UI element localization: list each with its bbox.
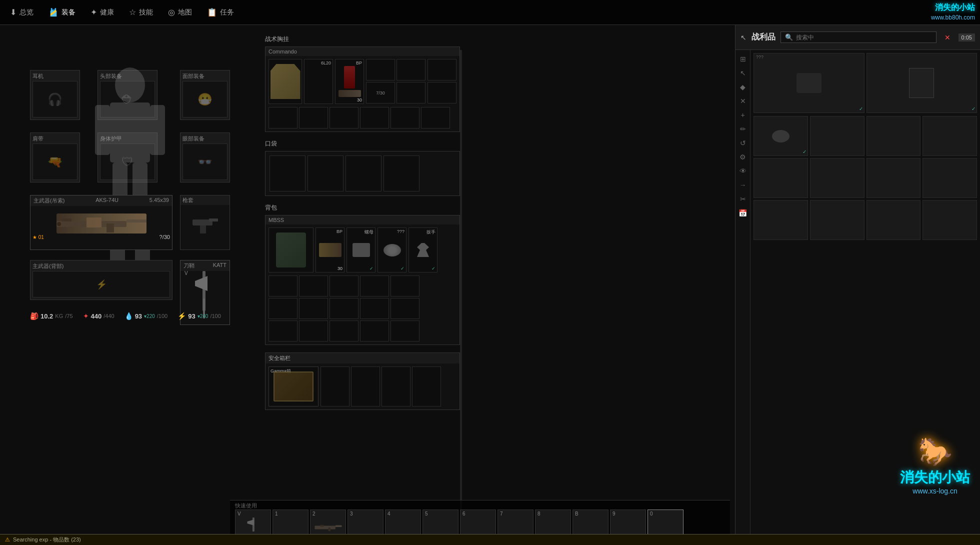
loot-item-2-check: ✓ [972,106,976,112]
pocket-slot-2[interactable] [308,156,344,192]
bp-nuts-slot[interactable]: 螺母 ✓ [346,228,376,272]
bp-grid-6[interactable] [268,298,298,319]
loot-slot-1[interactable]: ✓ [754,116,808,156]
bp-grid-7[interactable] [299,298,328,319]
loot-search-input[interactable] [796,34,932,41]
loot-slot-1-check: ✓ [802,149,806,154]
loot-slot-4[interactable] [922,116,977,156]
bp-grid-11[interactable] [268,320,298,342]
bp-grid-13[interactable] [330,320,358,342]
holster-slot[interactable]: 枪套 [180,195,230,250]
rig-second-row [266,107,460,132]
bp-grid-3[interactable] [330,276,358,296]
energy-value: 93 [188,312,195,320]
svg-rect-15 [200,226,206,234]
rig-empty-1[interactable] [366,59,395,80]
rig-capacity-slot[interactable]: 7/30 [366,82,395,104]
loot-slot-7[interactable] [866,158,921,198]
pocket-slot-1[interactable] [270,156,306,192]
loot-search-tool[interactable]: ✕ [737,95,749,107]
loot-plus-tool[interactable]: + [737,109,749,121]
nav-overview[interactable]: ⬇ 总览 [10,8,34,17]
energy-icon: ⚡ [178,312,186,320]
bp-ammo-slot[interactable]: BP 30 [316,228,344,272]
bp-grid-9[interactable] [360,298,389,319]
bp-grid-14[interactable] [360,320,389,342]
melee-header: 刀鞘 KATT [180,260,230,271]
loot-slot-11[interactable] [866,200,921,240]
safe-slot-1[interactable] [320,366,350,406]
loot-pencil-tool[interactable]: ✏ [737,123,749,135]
rig-extra-2[interactable] [428,82,456,104]
loot-search-bar[interactable]: 🔍 [780,32,936,43]
loot-slot-2[interactable] [810,116,864,156]
rig-r2-2[interactable] [299,107,328,128]
bp-wrench-slot[interactable]: 扳手 ✓ [408,228,438,272]
loot-slot-3[interactable] [866,116,921,156]
rig-r2-3[interactable] [330,107,358,128]
loot-settings-tool[interactable]: ⚙ [737,151,749,163]
rig-vest-slot[interactable] [268,59,302,104]
loot-slot-5[interactable] [754,158,808,198]
rig-ammo-slot-1[interactable]: 6L20 [304,59,333,104]
loot-calendar-tool[interactable]: 📅 [737,207,749,219]
loot-top-slot-2[interactable]: ✓ [866,53,978,113]
safe-slot-2[interactable] [351,366,380,406]
loot-scissors-tool[interactable]: ✂ [737,193,749,205]
nav-skills[interactable]: ☆ 技能 [129,8,153,17]
rig-r2-6[interactable] [421,107,450,128]
loot-top-slot-1[interactable]: ??? ✓ [754,53,864,113]
backpack-header: MBSS [266,216,460,224]
rig-empty-2[interactable] [396,59,426,80]
face-slot[interactable]: 面部装备 😷 [180,70,230,120]
rig-empty-3[interactable] [396,82,426,104]
rig-r2-1[interactable] [268,107,298,128]
bp-grid-4[interactable] [360,276,389,296]
bp-grid-2[interactable] [299,276,328,296]
bp-grid-1[interactable] [268,276,298,296]
safe-slot-4[interactable] [412,366,441,406]
svg-rect-2 [95,105,110,155]
nav-health[interactable]: ✦ 健康 [90,8,114,17]
belt-slot[interactable]: 肩带 🔫 [30,132,80,182]
rig-extra-1[interactable] [428,59,456,80]
bp-unknown-slot[interactable]: ??? ✓ [378,228,406,272]
loot-close-button[interactable]: ✕ [942,32,954,42]
bp-wrench-check: ✓ [432,266,436,271]
svg-rect-11 [86,218,102,228]
loot-slot-8[interactable] [922,158,977,198]
loot-refresh-tool[interactable]: ↺ [737,137,749,149]
rig-r2-4[interactable] [360,107,389,128]
bp-grid-5[interactable] [390,276,420,296]
earphone-slot[interactable]: 耳机 🎧 [30,70,80,120]
bp-grid-8[interactable] [330,298,358,319]
nav-map[interactable]: ◎ 地图 [168,8,192,17]
pocket-slot-3[interactable] [346,156,382,192]
loot-cursor-tool[interactable]: ↖ [737,67,749,79]
primary-weapon-1-slot[interactable]: 主武器(吊索) AKS-74U 5.45x39 ★ 01 [30,195,172,250]
loot-arrow-tool[interactable]: → [737,179,749,191]
rig-r2-5[interactable] [390,107,420,128]
rig-bp-slot[interactable]: BP 30 [335,59,364,104]
loot-slot-10[interactable] [810,200,864,240]
primary-weapon-2-slot[interactable]: 主武器(背部) ⚡ [30,260,172,300]
pocket-slot-4[interactable] [384,156,420,192]
loot-grid-view[interactable]: ⊞ [737,53,749,65]
loot-slot-9[interactable] [754,200,808,240]
backpack-img-slot[interactable] [268,228,314,272]
safe-slot-3[interactable] [382,366,410,406]
watermark-top-text: 消失的小站 [935,2,975,13]
nav-missions[interactable]: 📋 任务 [207,8,234,17]
safe-main-slot[interactable]: Gamma箱 [268,366,318,406]
loot-filter-tool[interactable]: ◆ [737,81,749,93]
nav-equipment[interactable]: 🎽 装备 [48,8,76,17]
search-icon: 🔍 [785,34,793,41]
loot-slot-12[interactable] [922,200,977,240]
eye-slot[interactable]: 眼部装备 👓 [180,132,230,182]
loot-eye-tool[interactable]: 👁 [737,165,749,177]
loot-slot-6[interactable] [810,158,864,198]
bp-grid-12[interactable] [299,320,328,342]
quickslot-v-key: V [238,511,241,516]
bp-grid-10[interactable] [390,298,420,319]
bp-grid-15[interactable] [390,320,420,342]
